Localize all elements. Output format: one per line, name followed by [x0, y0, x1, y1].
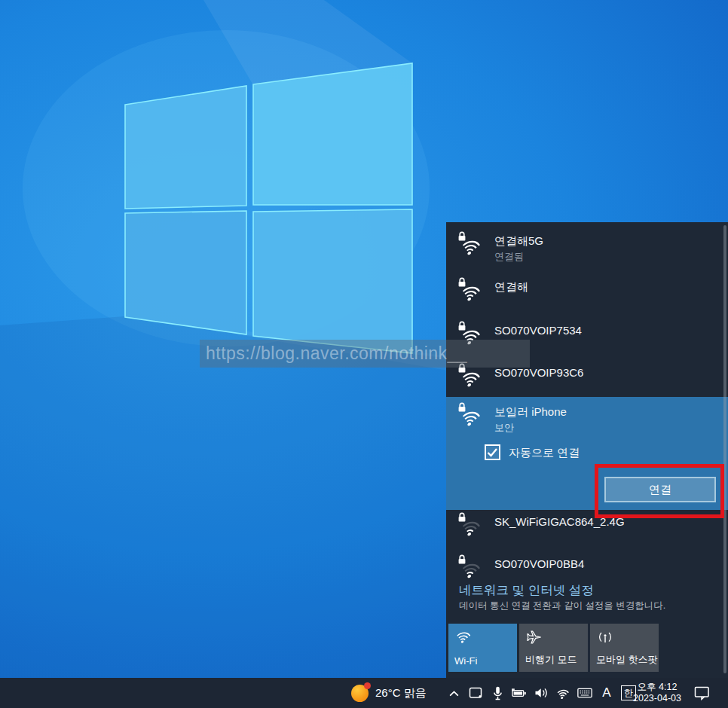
selected-network-header: 보일러 iPhone 보안 [446, 404, 722, 434]
lock-icon [457, 512, 466, 523]
airplane-icon [526, 629, 543, 645]
network-internet-settings-link[interactable]: 네트워크 및 인터넷 설정 [459, 582, 594, 599]
lock-icon [457, 277, 466, 288]
wifi-tray-icon[interactable] [555, 684, 570, 702]
network-status: 보안 [494, 421, 567, 434]
network-name: 연결해5G [494, 233, 543, 249]
annotation-red-box [595, 464, 724, 518]
wifi-secured-icon [459, 515, 483, 536]
ime-letter-indicator[interactable]: A [599, 684, 614, 702]
wifi-flyout-panel: 연결해5G 연결됨 연결해 [446, 222, 728, 678]
system-tray: A 한 [446, 678, 636, 708]
network-name: SO070VOIP93C6 [494, 365, 583, 380]
wifi-secured-icon [459, 405, 483, 426]
network-name: 연결해 [494, 279, 528, 294]
watermark: https://blog.naver.com/nothink__ [200, 340, 530, 368]
lock-icon [457, 554, 466, 565]
network-name: 보일러 iPhone [494, 404, 567, 420]
wifi-icon [455, 629, 472, 644]
wifi-tile[interactable]: Wi-Fi [448, 624, 517, 672]
clock-time: 오후 4:12 [629, 682, 686, 693]
lock-icon [457, 321, 466, 331]
volume-icon[interactable] [534, 684, 549, 702]
wifi-secured-icon [459, 366, 483, 387]
touch-keyboard-icon[interactable] [577, 684, 592, 702]
panel-scrollbar[interactable] [723, 225, 726, 673]
wifi-secured-icon [459, 280, 483, 301]
wifi-network-row[interactable]: 연결해 [446, 279, 722, 301]
action-center-icon[interactable] [694, 686, 710, 700]
checkmark-icon [486, 446, 499, 459]
lock-icon [457, 231, 466, 242]
wifi-secured-icon [459, 557, 483, 578]
hotspot-icon [597, 629, 613, 645]
weather-text: 26°C 맑음 [375, 686, 427, 700]
battery-icon[interactable] [512, 684, 527, 702]
wifi-secured-icon [459, 234, 483, 255]
lock-icon [457, 402, 466, 413]
wifi-network-row[interactable]: SO070VOIP0BB4 [446, 557, 722, 578]
wifi-network-row[interactable]: 연결해5G 연결됨 [446, 233, 722, 263]
network-status: 연결됨 [494, 250, 543, 263]
wifi-network-row[interactable]: SO070VOIP93C6 [446, 365, 722, 387]
taskbar-clock[interactable]: 오후 4:12 2023-04-03 [629, 682, 686, 704]
taskbar: 26°C 맑음 [0, 678, 728, 708]
chevron-up-icon[interactable] [446, 684, 461, 702]
settings-description: 데이터 통신 연결 전환과 같이 설정을 변경합니다. [459, 600, 665, 612]
phone-link-icon[interactable] [468, 684, 483, 702]
tile-label: Wi-Fi [454, 655, 477, 667]
airplane-mode-tile[interactable]: 비행기 모드 [519, 624, 588, 672]
weather-widget[interactable]: 26°C 맑음 [351, 678, 427, 708]
network-name: SO070VOIP0BB4 [494, 557, 584, 572]
auto-connect-checkbox[interactable] [485, 444, 500, 460]
clock-date: 2023-04-03 [629, 693, 686, 704]
mobile-hotspot-tile[interactable]: 모바일 핫스팟 [590, 624, 659, 672]
auto-connect-label: 자동으로 연결 [509, 446, 580, 460]
network-name: SO070VOIP7534 [494, 323, 582, 338]
windows-desktop: 연결해5G 연결됨 연결해 [0, 0, 728, 708]
quick-action-tiles: Wi-Fi 비행기 모드 모바일 핫스팟 [448, 624, 659, 672]
tile-label: 모바일 핫스팟 [596, 653, 658, 667]
microphone-icon[interactable] [490, 684, 505, 702]
weather-sun-icon [351, 685, 369, 702]
tile-label: 비행기 모드 [525, 653, 577, 667]
